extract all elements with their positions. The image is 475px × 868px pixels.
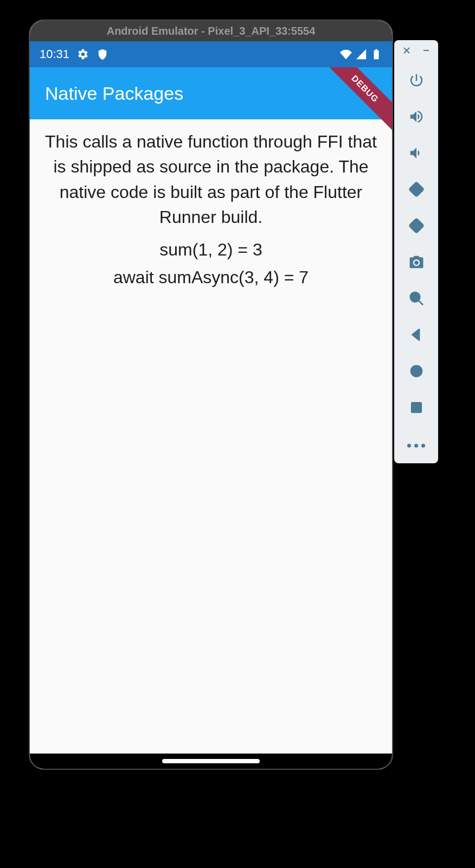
app-title: Native Packages — [45, 83, 183, 104]
back-button[interactable] — [401, 320, 432, 350]
svg-point-3 — [411, 366, 422, 376]
description-text: This calls a native function through FFI… — [41, 129, 381, 230]
sum-result: sum(1, 2) = 3 — [41, 240, 381, 260]
shield-icon — [97, 48, 108, 60]
android-status-bar: 10:31 — [30, 41, 392, 67]
emulator-title: Android Emulator - Pixel_3_API_33:5554 — [107, 25, 316, 37]
wifi-icon — [340, 48, 352, 60]
app-bar: Native Packages DEBUG — [30, 67, 392, 119]
emulator-toolbar — [394, 40, 438, 463]
volume-up-button[interactable] — [401, 101, 432, 131]
app-body: This calls a native function through FFI… — [30, 119, 392, 754]
close-icon[interactable] — [403, 47, 410, 54]
camera-button[interactable] — [401, 247, 432, 277]
power-button[interactable] — [401, 65, 432, 95]
emulator-frame: Android Emulator - Pixel_3_API_33:5554 1… — [29, 20, 393, 770]
rotate-right-button[interactable] — [401, 210, 432, 240]
gear-icon — [77, 48, 89, 60]
svg-rect-4 — [412, 403, 421, 413]
home-button[interactable] — [401, 356, 432, 386]
emulator-titlebar: Android Emulator - Pixel_3_API_33:5554 — [30, 21, 392, 41]
zoom-button[interactable] — [401, 284, 432, 314]
volume-down-button[interactable] — [401, 138, 432, 168]
battery-icon — [370, 48, 382, 60]
overview-button[interactable] — [401, 393, 432, 423]
rotate-left-button[interactable] — [401, 174, 432, 204]
sum-async-result: await sumAsync(3, 4) = 7 — [41, 267, 381, 288]
status-time: 10:31 — [40, 47, 69, 61]
home-indicator[interactable] — [162, 759, 260, 763]
signal-icon — [355, 48, 367, 60]
minimize-icon[interactable] — [422, 47, 430, 54]
more-button[interactable] — [401, 429, 432, 459]
